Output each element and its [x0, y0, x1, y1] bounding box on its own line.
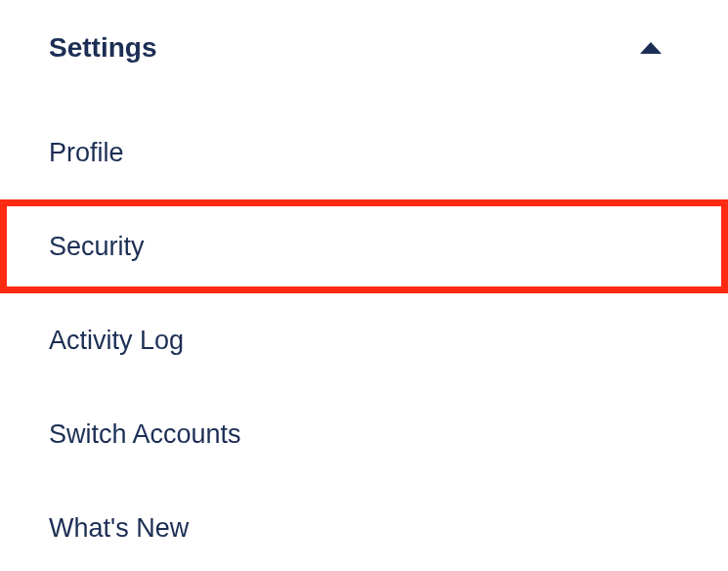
menu-item-profile[interactable]: Profile — [0, 106, 728, 199]
menu-item-label: What's New — [49, 513, 189, 544]
menu-item-activity-log[interactable]: Activity Log — [0, 293, 728, 387]
menu-item-whats-new[interactable]: What's New — [0, 481, 728, 571]
chevron-up-icon — [640, 42, 662, 54]
settings-header[interactable]: Settings — [0, 20, 728, 76]
settings-panel: Settings Profile Security Activity Log S… — [0, 0, 728, 571]
menu-item-label: Activity Log — [49, 326, 184, 356]
menu-item-security[interactable]: Security — [0, 199, 728, 293]
menu-item-label: Profile — [49, 138, 124, 168]
menu-item-label: Switch Accounts — [49, 419, 241, 450]
settings-title: Settings — [49, 32, 156, 64]
menu-item-label: Security — [49, 232, 145, 262]
settings-menu-list: Profile Security Activity Log Switch Acc… — [0, 76, 728, 571]
menu-item-switch-accounts[interactable]: Switch Accounts — [0, 387, 728, 481]
